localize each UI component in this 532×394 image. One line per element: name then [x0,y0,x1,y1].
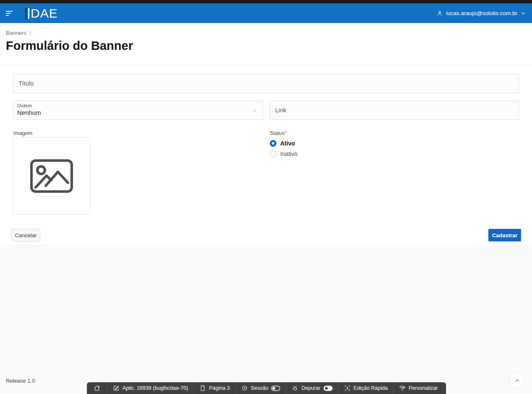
chevron-down-icon [520,10,526,16]
page-background [0,246,532,394]
devtoolbar-page-label: Página 3 [209,385,229,391]
user-email: lucas.araujo@solutis.com.br [446,10,517,16]
radio-option-inativo[interactable]: Inativo [270,150,297,157]
devtoolbar-session-button[interactable]: Sessão [235,382,286,394]
top-black-strip [0,0,532,3]
logo-text: DAE [31,7,58,20]
user-menu[interactable]: lucas.araujo@solutis.com.br [436,10,526,17]
required-marker: * [284,130,286,135]
radio-label: Inativo [280,150,297,157]
app-logo[interactable]: revista DAE [24,5,58,22]
submit-button[interactable]: Cadastrar [488,229,521,241]
link-input[interactable] [270,101,519,120]
page-icon [199,385,206,391]
developer-toolbar: Aplic. 28939 (bugfix/dae-70) Página 3 Se… [87,382,446,394]
breadcrumb-item-banners[interactable]: Banners [6,30,26,36]
devtoolbar-session-label: Sessão [251,385,269,391]
ordem-label: Ordem [17,103,258,108]
home-icon [94,385,100,391]
ordem-select[interactable]: Ordem Nenhum [13,101,263,120]
page-title: Formulário do Banner [6,39,133,53]
devtoolbar-application-button[interactable]: Aplic. 28939 (bugfix/dae-70) [107,382,193,394]
devtoolbar-home-button[interactable] [87,382,107,394]
cancel-button[interactable]: Cancelar [11,229,40,241]
status-radio-group: Status* Ativo Inativo [270,130,297,157]
devtoolbar-quick-edit-label: Edição Rápida [354,385,388,391]
devtoolbar-customize-button[interactable]: Personalizar [393,382,443,394]
devtoolbar-customize-label: Personalizar [409,385,438,391]
app-header: revista DAE lucas.araujo@solutis.com.br [0,3,532,23]
devtoolbar-quick-edit-button[interactable]: Edição Rápida [338,382,393,394]
status-label: Status* [270,130,297,136]
toggle-on-icon[interactable] [323,386,333,391]
ordem-selected-value: Nenhum [17,109,258,116]
hamburger-icon [6,11,13,12]
session-icon [241,385,248,391]
breadcrumb: Banners \ [6,30,31,36]
scroll-to-top-button[interactable] [509,373,525,389]
edit-icon [113,385,120,391]
chevron-up-icon [514,377,521,384]
chevron-down-icon [252,108,258,114]
quick-edit-icon [344,385,351,391]
release-version: Release 1.0 [6,378,35,384]
radio-label: Ativo [280,140,295,147]
devtoolbar-application-label: Aplic. 28939 (bugfix/dae-70) [123,385,188,391]
imagem-upload-dropzone[interactable] [13,137,90,215]
radio-option-ativo[interactable]: Ativo [270,140,297,147]
devtoolbar-debug-label: Depurar [301,385,320,391]
user-icon [436,10,443,17]
logo-vertical-text: revista [24,7,27,20]
debug-icon [292,385,298,391]
imagem-label: Imagem [13,130,32,136]
devtoolbar-page-button[interactable]: Página 3 [193,382,235,394]
titulo-input[interactable] [13,74,519,93]
toggle-off-icon[interactable] [271,386,280,391]
banner-form-region: Ordem Nenhum Imagem Status* Ativo Inativ… [0,65,532,246]
menu-toggle-button[interactable] [6,6,20,21]
breadcrumb-separator: \ [29,30,31,36]
image-placeholder-icon [30,159,73,193]
radio-unselected-icon[interactable] [270,150,276,157]
logo-bar [28,8,29,19]
devtoolbar-debug-button[interactable]: Depurar [286,382,338,394]
paint-roller-icon [399,385,406,391]
radio-selected-icon[interactable] [270,140,276,147]
devtoolbar-info-button[interactable] [443,382,446,394]
